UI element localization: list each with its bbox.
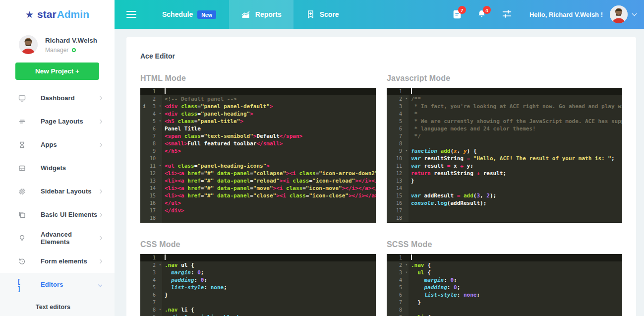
code-line: 16console.log(addResult); (387, 199, 622, 207)
online-status-icon (72, 48, 76, 52)
top-navbar: Schedule New Reports Score 7 4 Hello, Ri… (115, 0, 644, 29)
copy-icon (18, 211, 27, 219)
history-icon (18, 257, 27, 265)
user-avatar[interactable] (610, 5, 628, 23)
code-line: 19▾<div class="panel-body"> (140, 222, 376, 223)
sidebar-item-sidebar-layouts[interactable]: Sidebar Layouts (0, 180, 115, 203)
sidebar-item-advanced-elements[interactable]: Advanced Elements (0, 226, 115, 250)
layout-lines-icon (18, 118, 27, 126)
code-line: 4 margin: 0; (387, 276, 622, 284)
code-line: 6 * language modes and 24 color themes! (387, 125, 622, 132)
sidebar-item-editors[interactable]: [ ] Editors (0, 273, 115, 296)
code-line: 9 display: inline-block; (140, 314, 376, 316)
code-line: 13} (387, 177, 622, 185)
brand-logo[interactable]: ★ star Admin (0, 0, 115, 29)
javascript-mode-section: Javascript Mode 12▾/**3 * In fact, you'r… (387, 74, 622, 223)
hatch-lines-icon (18, 188, 27, 195)
sidebar-subitem-text-editors[interactable]: Text editors (0, 296, 115, 316)
new-project-button[interactable]: New Project + (15, 63, 99, 80)
code-line: 14 (387, 185, 622, 192)
brackets-icon: [ ] (18, 281, 27, 289)
code-line: 1 (140, 88, 376, 95)
ace-editor-card: Ace Editor HTML Mode 12<!-- Default pane… (126, 37, 636, 316)
brand-name-primary: star (37, 8, 57, 20)
tab-schedule[interactable]: Schedule New (162, 0, 216, 29)
code-line: 6Panel Title (140, 125, 376, 132)
code-line: 9▾function add(x, y) { (387, 147, 622, 155)
code-line: 4 * (387, 110, 622, 118)
chevron-right-icon (98, 142, 102, 146)
code-line: 10var resultString = "Hello, ACE! The re… (387, 155, 622, 162)
code-line: 7<span class="text-semibold">Default</sp… (140, 132, 376, 140)
avatar (19, 35, 38, 54)
sidebar-item-page-layouts[interactable]: Page Layouts (0, 110, 115, 133)
code-line: 1 (387, 254, 622, 261)
sidebar-item-basic-ui-elements[interactable]: Basic UI Elements (0, 203, 115, 226)
chevron-down-icon[interactable] (632, 11, 637, 16)
html-mode-section: HTML Mode 12<!-- Default panel -->i3▾<di… (140, 74, 376, 223)
sidebar: ★ star Admin Richard V.Welsh Manager New… (0, 0, 115, 316)
profile-block: Richard V.Welsh Manager (0, 29, 115, 54)
code-line: 15<li><a href="#" data-panel="close"><i … (140, 192, 376, 199)
code-line: 2▾.nav { (387, 261, 622, 269)
profile-name: Richard V.Welsh (45, 37, 97, 44)
ace-editor-scss[interactable]: 12▾.nav {3▾ ul {4 margin: 0;5 padding: 0… (387, 254, 622, 316)
code-line: 5▾<h5 class="panel-title"> (140, 118, 376, 125)
code-line: 7 } (387, 299, 622, 306)
section-title: SCSS Mode (387, 240, 622, 249)
hamburger-menu-icon[interactable] (126, 9, 136, 19)
ace-editor-html[interactable]: 12<!-- Default panel -->i3▾<div class="p… (140, 88, 376, 223)
code-line: 2▾.nav ul { (140, 261, 376, 269)
tab-score[interactable]: Score (293, 0, 352, 29)
code-line: 12<li><a href="#" data-panel="collapse">… (140, 170, 376, 177)
code-line: 8▾.nav li { (140, 306, 376, 314)
code-line: 8<small>Full featured toolbar</small> (140, 140, 376, 147)
code-line: 3 * In fact, you're looking at ACE right… (387, 103, 622, 110)
sidebar-item-dashboard[interactable]: Dashboard (0, 86, 115, 110)
code-line: 6} (140, 291, 376, 299)
tab-reports[interactable]: Reports (229, 0, 293, 29)
code-line: 14<li><a href="#" data-panel="move"><i c… (140, 185, 376, 192)
monitor-icon (18, 94, 27, 102)
user-greeting: Hello, Richard V.Welsh ! (529, 11, 603, 18)
code-line: 18 (387, 214, 622, 222)
messages-button[interactable]: 7 (452, 9, 462, 19)
chevron-right-icon (98, 259, 102, 263)
section-title: CSS Mode (140, 240, 376, 249)
code-line: 8 (387, 140, 622, 147)
sidebar-menu: Dashboard Page Layouts Apps Widgets Side… (0, 86, 115, 316)
ace-editor-css[interactable]: 12▾.nav ul {3 margin: 0;4 padding: 0;5 l… (140, 254, 376, 316)
settings-button[interactable] (502, 9, 512, 19)
star-icon: ★ (25, 9, 34, 20)
widgets-icon (18, 164, 27, 172)
code-line: 4 padding: 0; (140, 276, 376, 284)
new-badge: New (197, 10, 216, 19)
code-line: 13<li><a href="#" data-panel="reload"><i… (140, 177, 376, 185)
sliders-icon (502, 9, 512, 19)
sidebar-item-apps[interactable]: Apps (0, 133, 115, 156)
code-line: 11var result = x + y; (387, 162, 622, 170)
code-line: 6 list-style: none; (387, 291, 622, 299)
ace-editor-javascript[interactable]: 12▾/**3 * In fact, you're looking at ACE… (387, 88, 622, 223)
brand-name-secondary: Admin (57, 8, 89, 20)
messages-count-badge: 7 (458, 6, 466, 14)
alerts-count-badge: 4 (483, 6, 491, 14)
code-line: 2<!-- Default panel --> (140, 95, 376, 103)
sidebar-item-widgets[interactable]: Widgets (0, 156, 115, 180)
code-line: 5 padding: 0; (387, 284, 622, 291)
code-line: 18 (140, 214, 376, 222)
code-line: 3 margin: 0; (140, 269, 376, 276)
code-line: 11▾<ul class="panel-heading-icons"> (140, 162, 376, 170)
css-mode-section: CSS Mode 12▾.nav ul {3 margin: 0;4 paddi… (140, 240, 376, 316)
notifications-button[interactable]: 4 (477, 9, 487, 19)
code-line: 5 * We are currently showing off the Jav… (387, 118, 622, 125)
chevron-down-icon (98, 282, 102, 286)
section-title: Javascript Mode (387, 74, 622, 83)
sidebar-item-form-elements[interactable]: Form elements (0, 250, 115, 273)
code-line: 4▾<div class="panel-heading"> (140, 110, 376, 118)
code-line: 16</ul> (140, 199, 376, 207)
code-line: i3▾<div class="panel panel-default"> (140, 103, 376, 110)
code-line: 17 (387, 207, 622, 214)
chevron-right-icon (98, 119, 102, 123)
chevron-right-icon (98, 212, 102, 216)
